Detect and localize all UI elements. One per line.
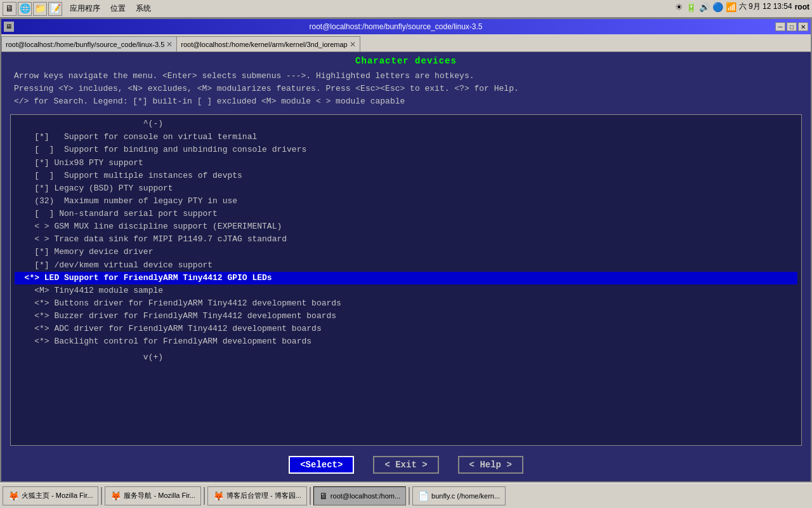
taskbar-sep-0 (101, 487, 102, 505)
menu-apps[interactable]: 应用程序 (65, 2, 105, 15)
window-controls: ─ □ ✕ (775, 22, 808, 31)
network-icon: 📶 (726, 2, 737, 12)
menu-row-15[interactable]: <*> ADC driver for FriendlyARM Tiny4412 … (15, 323, 797, 335)
nav-bottom: v(+) (15, 349, 797, 364)
info-line-1: Arrow keys navigate the menu. <Enter> se… (14, 70, 798, 83)
bluetooth-icon: 🔵 (712, 2, 723, 12)
tab-1-close[interactable]: ✕ (350, 40, 356, 49)
menu-row-3[interactable]: [ ] Support multiple instances of devpts (15, 170, 797, 182)
tab-0[interactable]: root@localhost:/home/bunfly/source_code/… (1, 36, 177, 51)
app-icon[interactable]: 🖥 (3, 2, 16, 16)
exit-button[interactable]: < Exit > (373, 456, 438, 474)
kconfig-body: ^(-) [*] Support for console on virtual … (10, 114, 802, 446)
taskbar-top: 🖥 🌐 📁 📝 应用程序 位置 系统 ☀ 🔋 🔊 🔵 📶 六 9月 12 13:… (0, 0, 812, 18)
user-label: root (795, 3, 809, 11)
taskbar-btn-3[interactable]: 🖥root@localhost:/hom... (313, 486, 406, 505)
kconfig-menu-list: ^(-) [*] Support for console on virtual … (11, 115, 801, 366)
window-close[interactable]: ✕ (798, 22, 808, 31)
help-button[interactable]: < Help > (458, 456, 523, 474)
window-minimize[interactable]: ─ (775, 22, 785, 31)
nav-top: ^(-) (15, 117, 797, 131)
battery-icon: 🔋 (686, 2, 697, 12)
menu-row-13[interactable]: <*> Buttons driver for FriendlyARM Tiny4… (15, 297, 797, 310)
menu-row-14[interactable]: <*> Buzzer driver for FriendlyARM Tiny44… (15, 310, 797, 323)
tab-bar: root@localhost:/home/bunfly/source_code/… (1, 34, 811, 52)
sun-icon: ☀ (675, 2, 683, 12)
menu-row-10[interactable]: [*] /dev/kmem virtual device support (15, 259, 797, 272)
taskbar-btn-2[interactable]: 🦊博客后台管理 - 博客园... (207, 486, 307, 505)
menu-row-0[interactable]: [*] Support for console on virtual termi… (15, 131, 797, 144)
files-icon[interactable]: 📁 (33, 2, 47, 16)
kconfig-footer: <Select> < Exit > < Help > (1, 450, 811, 481)
task-buttons: 🦊火狐主页 - Mozilla Fir...🦊服务导航 - Mozilla Fi… (3, 486, 506, 505)
tab-0-close[interactable]: ✕ (166, 40, 173, 49)
main-window: 🖥 root@localhost:/home/bunfly/source_cod… (0, 18, 812, 483)
menu-row-11[interactable]: <*> LED Support for FriendlyARM Tiny4412… (15, 272, 797, 284)
taskbar-bottom: 🦊火狐主页 - Mozilla Fir...🦊服务导航 - Mozilla Fi… (0, 483, 812, 508)
clock: 六 9月 12 13:54 (739, 1, 792, 12)
tab-0-label: root@localhost:/home/bunfly/source_code/… (6, 41, 164, 48)
menu-row-6[interactable]: [ ] Non-standard serial port support (15, 208, 797, 220)
browser-icon[interactable]: 🌐 (18, 2, 32, 16)
menu-row-5[interactable]: (32) Maximum number of legacy PTY in use (15, 195, 797, 208)
tab-1-label: root@localhost:/home/kernel/arm/kernel/3… (181, 41, 347, 48)
menu-row-7[interactable]: < > GSM MUX line discipline support (EXP… (15, 220, 797, 233)
kconfig-panel: Character devices Arrow keys navigate th… (1, 52, 811, 481)
window-titlebar: 🖥 root@localhost:/home/bunfly/source_cod… (1, 19, 811, 34)
menu-row-8[interactable]: < > Trace data sink for MIPI P1149.7 cJT… (15, 233, 797, 246)
taskbar-btn-0[interactable]: 🦊火狐主页 - Mozilla Fir... (3, 486, 98, 505)
start-icons: 🖥 🌐 📁 📝 (3, 2, 62, 16)
menu-row-16[interactable]: <*> Backlight control for FriendlyARM de… (15, 335, 797, 348)
window-app-icon: 🖥 (4, 22, 14, 32)
tab-1[interactable]: root@localhost:/home/kernel/arm/kernel/3… (177, 36, 360, 51)
menu-places[interactable]: 位置 (105, 2, 131, 15)
taskbar-btn-4[interactable]: 📄bunfly.c (/home/kern... (412, 486, 506, 505)
system-tray: ☀ 🔋 🔊 🔵 📶 六 9月 12 13:54 root (675, 1, 809, 12)
main-content: Character devices Arrow keys navigate th… (1, 52, 811, 481)
taskbar-sep-3 (409, 487, 410, 505)
window-title: root@localhost:/home/bunfly/source_code/… (16, 22, 775, 31)
menu-bar: 应用程序 位置 系统 (65, 2, 156, 15)
menu-rows: [*] Support for console on virtual termi… (15, 131, 797, 348)
select-button[interactable]: <Select> (289, 456, 354, 474)
menu-row-9[interactable]: [*] Memory device driver (15, 246, 797, 258)
edit-icon[interactable]: 📝 (48, 2, 62, 16)
menu-row-2[interactable]: [*] Unix98 PTY support (15, 157, 797, 170)
menu-row-4[interactable]: [*] Legacy (BSD) PTY support (15, 182, 797, 195)
info-line-2: Pressing <Y> includes, <N> excludes, <M>… (14, 83, 798, 95)
window-maximize[interactable]: □ (787, 22, 797, 31)
taskbar-btn-1[interactable]: 🦊服务导航 - Mozilla Fir... (105, 486, 200, 505)
kconfig-title: Character devices (1, 52, 811, 67)
info-line-3: </> for Search. Legend: [*] built-in [ ]… (14, 95, 798, 108)
kconfig-info: Arrow keys navigate the menu. <Enter> se… (1, 67, 811, 110)
taskbar-sep-1 (204, 487, 205, 505)
menu-row-1[interactable]: [ ] Support for binding and unbinding co… (15, 144, 797, 156)
volume-icon: 🔊 (699, 2, 710, 12)
taskbar-sep-2 (310, 487, 311, 505)
menu-row-12[interactable]: <M> Tiny4412 module sample (15, 284, 797, 297)
menu-system[interactable]: 系统 (131, 2, 156, 15)
